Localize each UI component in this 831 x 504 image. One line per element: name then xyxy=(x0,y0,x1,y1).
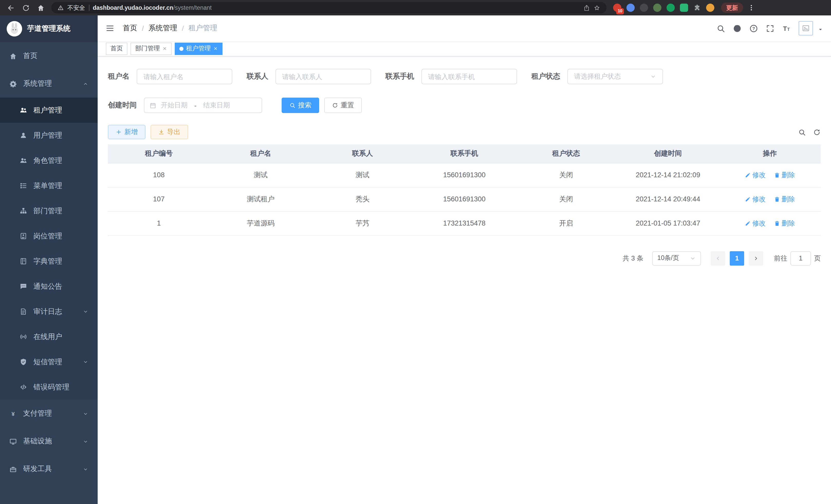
chat-icon xyxy=(20,283,27,290)
help-icon[interactable]: ? xyxy=(749,24,758,33)
cell-contact: 芋艿 xyxy=(312,211,413,235)
breadcrumb-system[interactable]: 系统管理 xyxy=(148,24,177,33)
sidebar-item-label: 在线用户 xyxy=(33,332,62,342)
active-tab-dot xyxy=(179,47,183,51)
bookmark-star-icon[interactable] xyxy=(594,4,600,11)
sidebar-item-system-management[interactable]: 系统管理 xyxy=(0,70,98,98)
chevron-down-icon[interactable] xyxy=(818,27,823,32)
sidebar-item-audit-log[interactable]: 审计日志 xyxy=(0,299,98,324)
svg-text:?: ? xyxy=(752,26,755,31)
table-header-row: 租户编号 租户名 联系人 联系手机 租户状态 创建时间 操作 xyxy=(108,144,821,163)
sidebar-item-home[interactable]: 首页 xyxy=(0,42,98,70)
trash-icon xyxy=(774,172,780,178)
export-button[interactable]: 导出 xyxy=(150,125,188,139)
sidebar-item-sms-management[interactable]: 短信管理 xyxy=(0,349,98,375)
current-page-button[interactable]: 1 xyxy=(730,251,744,265)
delete-button[interactable]: 删除 xyxy=(774,170,795,180)
phone-input[interactable] xyxy=(422,69,517,84)
sidebar-toggle-icon[interactable] xyxy=(105,24,115,33)
cell-name: 测试租户 xyxy=(210,187,311,211)
breadcrumb-home[interactable]: 首页 xyxy=(123,24,137,33)
search-button-label: 搜索 xyxy=(298,101,311,110)
reset-button[interactable]: 重置 xyxy=(324,98,362,113)
dark-extension-icon[interactable] xyxy=(640,4,648,12)
fullscreen-icon[interactable] xyxy=(766,24,774,33)
blue-extension-icon[interactable] xyxy=(627,4,635,12)
add-button[interactable]: 新增 xyxy=(108,125,145,139)
edit-button[interactable]: 修改 xyxy=(745,218,766,228)
address-bar[interactable]: 不安全 dashboard.yudao.iocoder.cn/system/te… xyxy=(51,2,606,13)
sidebar-item-post-management[interactable]: 岗位管理 xyxy=(0,224,98,249)
tab-label: 部门管理 xyxy=(135,44,160,53)
reload-icon[interactable] xyxy=(22,4,30,11)
sidebar-item-dev-tools[interactable]: 研发工具 xyxy=(0,455,98,483)
tenant-name-input[interactable] xyxy=(137,69,232,84)
green-square-extension-icon[interactable] xyxy=(680,4,688,12)
tab-dept-management[interactable]: 部门管理 xyxy=(131,42,172,55)
close-icon[interactable] xyxy=(163,46,167,51)
breadcrumb-current: 租户管理 xyxy=(189,24,218,33)
sidebar-item-label: 基础设施 xyxy=(23,437,52,446)
profile-avatar[interactable] xyxy=(706,4,714,12)
chevron-down-icon xyxy=(83,309,88,315)
search-icon[interactable] xyxy=(716,24,725,33)
chevron-right-icon xyxy=(753,255,759,261)
sidebar-item-menu-management[interactable]: 菜单管理 xyxy=(0,173,98,198)
tab-tenant-management[interactable]: 租户管理 xyxy=(175,42,223,55)
create-time-label: 创建时间 xyxy=(108,101,137,110)
app-title: 芋道管理系统 xyxy=(27,24,70,33)
tab-home[interactable]: 首页 xyxy=(106,42,127,55)
extension-badge: 10 xyxy=(616,8,624,14)
toggle-search-icon[interactable] xyxy=(798,128,806,136)
page-size-select[interactable]: 10条/页 xyxy=(652,251,701,265)
next-page-button[interactable] xyxy=(749,251,763,265)
sidebar-item-notice[interactable]: 通知公告 xyxy=(0,274,98,299)
sidebar-item-error-code-management[interactable]: 错误码管理 xyxy=(0,375,98,400)
contact-input[interactable] xyxy=(276,69,371,84)
olive-extension-icon[interactable] xyxy=(653,4,661,12)
chevron-down-icon xyxy=(83,466,88,472)
edit-button-label: 修改 xyxy=(752,218,766,228)
page-size-value: 10条/页 xyxy=(657,254,679,263)
delete-button[interactable]: 删除 xyxy=(774,195,795,204)
sidebar-item-online-user[interactable]: 在线用户 xyxy=(0,324,98,349)
puzzle-extension-icon[interactable] xyxy=(693,4,701,11)
font-size-icon[interactable]: TT xyxy=(782,24,791,33)
sidebar-item-dict-management[interactable]: 字典管理 xyxy=(0,249,98,274)
search-button[interactable]: 搜索 xyxy=(282,98,319,113)
sidebar-item-label: 审计日志 xyxy=(33,307,62,316)
update-button[interactable]: 更新 xyxy=(721,3,743,13)
refresh-table-icon[interactable] xyxy=(813,128,821,136)
prev-page-button[interactable] xyxy=(711,251,725,265)
close-icon[interactable] xyxy=(213,46,218,51)
colorful-extension-icon[interactable]: 10 xyxy=(613,4,621,12)
avatar[interactable] xyxy=(799,21,813,35)
date-range-picker[interactable]: 开始日期 - 结束日期 xyxy=(144,98,262,113)
sidebar-item-role-management[interactable]: 角色管理 xyxy=(0,148,98,173)
edit-button[interactable]: 修改 xyxy=(745,170,766,180)
sidebar-item-infrastructure[interactable]: 基础设施 xyxy=(0,427,98,455)
url-text[interactable]: dashboard.yudao.iocoder.cn/system/tenant xyxy=(93,5,212,11)
cell-name: 测试 xyxy=(210,163,311,187)
green-circle-extension-icon[interactable] xyxy=(666,4,675,12)
jump-page-input[interactable] xyxy=(791,251,811,265)
sidebar-item-label: 菜单管理 xyxy=(33,181,62,190)
home-icon[interactable] xyxy=(37,4,45,11)
logo[interactable]: 芋道管理系统 xyxy=(0,16,98,42)
column-tenant-id: 租户编号 xyxy=(108,144,210,163)
status-select[interactable]: 请选择租户状态 xyxy=(567,69,663,84)
cell-status: 关闭 xyxy=(515,163,617,187)
back-icon[interactable] xyxy=(7,4,15,11)
github-icon[interactable] xyxy=(733,24,742,33)
sidebar-item-payment-management[interactable]: ¥支付管理 xyxy=(0,400,98,427)
sidebar-item-user-management[interactable]: 用户管理 xyxy=(0,123,98,148)
contact-label: 联系人 xyxy=(247,72,268,81)
share-icon[interactable] xyxy=(583,4,590,11)
kebab-menu-icon[interactable] xyxy=(748,4,755,11)
security-label[interactable]: 不安全 xyxy=(67,4,85,11)
tenant-name-label: 租户名 xyxy=(108,72,130,81)
delete-button[interactable]: 删除 xyxy=(774,218,795,228)
sidebar-item-dept-management[interactable]: 部门管理 xyxy=(0,198,98,224)
sidebar-item-tenant-management[interactable]: 租户管理 xyxy=(0,98,98,123)
edit-button[interactable]: 修改 xyxy=(745,195,766,204)
